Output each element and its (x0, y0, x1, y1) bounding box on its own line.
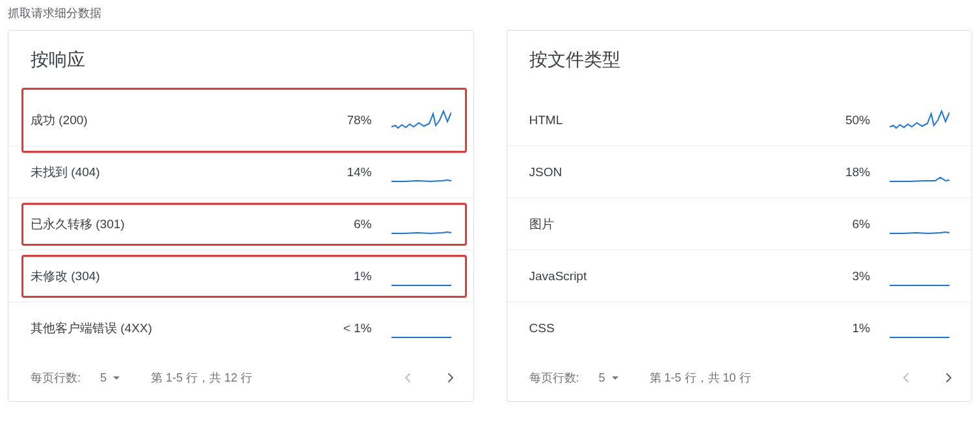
row-value: 1% (818, 321, 890, 335)
table-row[interactable]: 未找到 (404)14% (8, 146, 473, 198)
table-row[interactable]: JavaScript3% (507, 250, 972, 302)
row-label: 已永久转移 (301) (31, 216, 320, 233)
panel-title: 按响应 (8, 31, 473, 94)
next-page-button[interactable] (936, 366, 960, 389)
row-value: 18% (818, 165, 890, 179)
pagination-range: 第 1-5 行，共 10 行 (650, 370, 895, 386)
table-row[interactable]: 成功 (200)78% (8, 94, 473, 146)
row-label: JSON (529, 165, 819, 179)
sparkline-icon (890, 211, 949, 237)
row-value: 6% (320, 217, 391, 231)
table-row[interactable]: 图片6% (507, 198, 972, 250)
sparkline-icon (890, 263, 949, 289)
sparkline-icon (391, 159, 451, 185)
table-footer: 每页行数:5第 1-5 行，共 10 行 (507, 354, 972, 401)
row-label: 未找到 (404) (31, 164, 320, 181)
row-label: HTML (529, 113, 819, 127)
rows-per-page-label: 每页行数: (529, 370, 579, 386)
next-page-button[interactable] (438, 366, 462, 389)
row-value: 1% (320, 269, 391, 283)
sparkline-icon (890, 107, 949, 133)
row-value: 6% (818, 217, 890, 231)
sparkline-icon (890, 315, 949, 341)
row-value: 14% (320, 165, 391, 179)
row-label: 成功 (200) (31, 112, 320, 129)
sparkline-icon (391, 211, 451, 237)
row-label: 未修改 (304) (31, 268, 320, 285)
row-value: 78% (320, 113, 391, 127)
row-label: 其他客户端错误 (4XX) (31, 320, 320, 337)
table-row[interactable]: 已永久转移 (301)6% (8, 198, 473, 250)
rows-per-page-label: 每页行数: (31, 370, 81, 386)
table-row[interactable]: JSON18% (507, 146, 972, 198)
rows-per-page-value[interactable]: 5 (599, 371, 605, 385)
response-panel: 按响应成功 (200)78%未找到 (404)14%已永久转移 (301)6%未… (8, 30, 474, 402)
row-value: 3% (818, 269, 890, 283)
row-value: 50% (818, 113, 890, 127)
sparkline-icon (890, 159, 949, 185)
filetype-panel: 按文件类型HTML50%JSON18%图片6%JavaScript3%CSS1%… (507, 30, 973, 402)
table-row[interactable]: 其他客户端错误 (4XX)< 1% (8, 302, 473, 354)
table-footer: 每页行数:5第 1-5 行，共 12 行 (8, 354, 473, 401)
prev-page-button (895, 366, 918, 389)
sparkline-icon (391, 263, 451, 289)
page-title: 抓取请求细分数据 (8, 0, 972, 30)
rows-per-page-value[interactable]: 5 (100, 371, 107, 385)
sparkline-icon (391, 107, 451, 133)
row-value: < 1% (320, 321, 391, 335)
dropdown-icon[interactable] (611, 373, 620, 382)
table-row[interactable]: 未修改 (304)1% (8, 250, 473, 302)
prev-page-button (397, 366, 420, 389)
pagination-range: 第 1-5 行，共 12 行 (151, 370, 396, 386)
panel-title: 按文件类型 (507, 31, 972, 94)
table-row[interactable]: HTML50% (507, 94, 972, 146)
table-row[interactable]: CSS1% (507, 302, 972, 354)
row-label: JavaScript (529, 269, 819, 283)
dropdown-icon[interactable] (112, 373, 121, 382)
row-label: 图片 (529, 216, 819, 233)
row-label: CSS (529, 321, 819, 335)
sparkline-icon (391, 315, 451, 341)
